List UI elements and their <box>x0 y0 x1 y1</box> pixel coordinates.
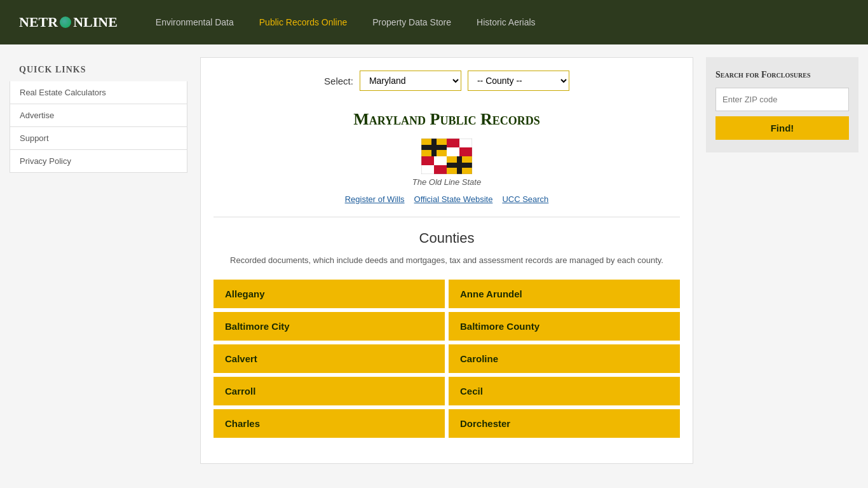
nav-property-data[interactable]: Property Data Store <box>372 17 451 27</box>
counties-section: Counties Recorded documents, which inclu… <box>214 217 680 451</box>
county-caroline[interactable]: Caroline <box>449 344 680 373</box>
register-of-wills-link[interactable]: Register of Wills <box>345 194 405 204</box>
zip-input[interactable] <box>715 88 849 111</box>
svg-rect-11 <box>447 163 472 168</box>
counties-grid: Allegany Anne Arundel Baltimore City Bal… <box>214 280 680 438</box>
county-dorchester[interactable]: Dorchester <box>449 409 680 438</box>
svg-rect-2 <box>421 145 447 150</box>
counties-title: Counties <box>214 230 680 247</box>
foreclosure-title: Search for Forclosures <box>715 70 849 80</box>
svg-rect-8 <box>434 165 447 174</box>
logo[interactable]: NETRNLINE <box>19 14 118 30</box>
sidebar-item-support[interactable]: Support <box>10 127 187 150</box>
svg-rect-4 <box>447 139 459 147</box>
state-header: Maryland Public Records <box>214 104 680 217</box>
sidebar-item-real-estate[interactable]: Real Estate Calculators <box>10 81 187 104</box>
county-cecil[interactable]: Cecil <box>449 377 680 405</box>
main-content: Select: Maryland Alabama Alaska -- Count… <box>200 57 693 464</box>
right-sidebar: Search for Forclosures Find! <box>706 57 858 464</box>
select-row: Select: Maryland Alabama Alaska -- Count… <box>214 71 680 91</box>
county-baltimore-county[interactable]: Baltimore County <box>449 312 680 341</box>
counties-description: Recorded documents, which include deeds … <box>214 254 680 267</box>
left-sidebar: Quick Links Real Estate Calculators Adve… <box>10 57 187 464</box>
find-button[interactable]: Find! <box>715 116 849 140</box>
county-select[interactable]: -- County -- Allegany Anne Arundel Balti… <box>468 71 569 91</box>
county-calvert[interactable]: Calvert <box>214 344 445 373</box>
state-flag <box>421 139 472 174</box>
main-nav: Environmental Data Public Records Online… <box>156 17 536 27</box>
state-nickname: The Old Line State <box>214 177 680 187</box>
county-baltimore-city[interactable]: Baltimore City <box>214 312 445 341</box>
county-allegany[interactable]: Allegany <box>214 280 445 308</box>
select-label: Select: <box>324 76 353 86</box>
state-select[interactable]: Maryland Alabama Alaska <box>360 71 461 91</box>
header: NETRNLINE Environmental Data Public Reco… <box>0 0 868 44</box>
county-anne-arundel[interactable]: Anne Arundel <box>449 280 680 308</box>
svg-rect-5 <box>459 147 472 156</box>
quick-links-title: Quick Links <box>10 57 187 81</box>
county-charles[interactable]: Charles <box>214 409 445 438</box>
county-carroll[interactable]: Carroll <box>214 377 445 405</box>
nav-public-records[interactable]: Public Records Online <box>259 17 348 27</box>
sidebar-item-advertise[interactable]: Advertise <box>10 104 187 127</box>
official-state-website-link[interactable]: Official State Website <box>414 194 493 204</box>
nav-environmental-data[interactable]: Environmental Data <box>156 17 234 27</box>
logo-globe-icon <box>60 17 71 28</box>
svg-rect-7 <box>421 156 434 165</box>
sidebar-item-privacy[interactable]: Privacy Policy <box>10 150 187 173</box>
foreclosure-box: Search for Forclosures Find! <box>706 57 858 152</box>
nav-historic-aerials[interactable]: Historic Aerials <box>477 17 536 27</box>
ucc-search-link[interactable]: UCC Search <box>502 194 548 204</box>
state-links: Register of Wills Official State Website… <box>214 194 680 204</box>
state-title: Maryland Public Records <box>214 110 680 129</box>
